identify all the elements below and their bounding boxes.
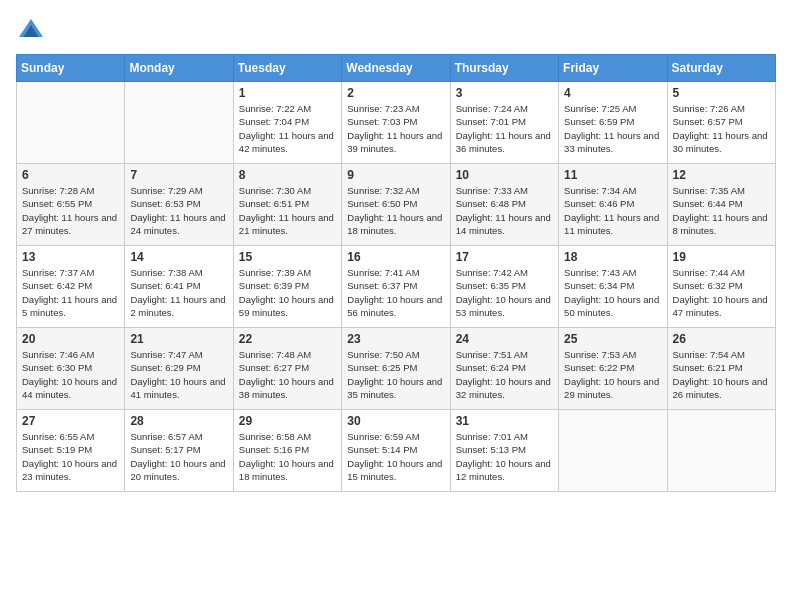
day-info: Sunrise: 7:32 AM Sunset: 6:50 PM Dayligh… [347, 184, 444, 237]
calendar-cell: 19Sunrise: 7:44 AM Sunset: 6:32 PM Dayli… [667, 246, 775, 328]
calendar-table: SundayMondayTuesdayWednesdayThursdayFrid… [16, 54, 776, 492]
day-number: 28 [130, 414, 227, 428]
weekday-header-thursday: Thursday [450, 55, 558, 82]
day-number: 7 [130, 168, 227, 182]
calendar-cell: 20Sunrise: 7:46 AM Sunset: 6:30 PM Dayli… [17, 328, 125, 410]
calendar-cell: 25Sunrise: 7:53 AM Sunset: 6:22 PM Dayli… [559, 328, 667, 410]
day-number: 4 [564, 86, 661, 100]
calendar-cell: 11Sunrise: 7:34 AM Sunset: 6:46 PM Dayli… [559, 164, 667, 246]
calendar-cell: 1Sunrise: 7:22 AM Sunset: 7:04 PM Daylig… [233, 82, 341, 164]
calendar-cell: 6Sunrise: 7:28 AM Sunset: 6:55 PM Daylig… [17, 164, 125, 246]
day-info: Sunrise: 7:33 AM Sunset: 6:48 PM Dayligh… [456, 184, 553, 237]
logo [16, 16, 50, 46]
day-number: 10 [456, 168, 553, 182]
calendar-cell: 4Sunrise: 7:25 AM Sunset: 6:59 PM Daylig… [559, 82, 667, 164]
day-info: Sunrise: 7:39 AM Sunset: 6:39 PM Dayligh… [239, 266, 336, 319]
day-number: 3 [456, 86, 553, 100]
day-info: Sunrise: 7:48 AM Sunset: 6:27 PM Dayligh… [239, 348, 336, 401]
day-number: 19 [673, 250, 770, 264]
calendar-cell: 15Sunrise: 7:39 AM Sunset: 6:39 PM Dayli… [233, 246, 341, 328]
day-info: Sunrise: 6:58 AM Sunset: 5:16 PM Dayligh… [239, 430, 336, 483]
calendar-cell [125, 82, 233, 164]
day-number: 12 [673, 168, 770, 182]
day-info: Sunrise: 7:34 AM Sunset: 6:46 PM Dayligh… [564, 184, 661, 237]
calendar-cell: 23Sunrise: 7:50 AM Sunset: 6:25 PM Dayli… [342, 328, 450, 410]
calendar-cell: 27Sunrise: 6:55 AM Sunset: 5:19 PM Dayli… [17, 410, 125, 492]
calendar-cell: 10Sunrise: 7:33 AM Sunset: 6:48 PM Dayli… [450, 164, 558, 246]
day-info: Sunrise: 7:28 AM Sunset: 6:55 PM Dayligh… [22, 184, 119, 237]
day-info: Sunrise: 7:44 AM Sunset: 6:32 PM Dayligh… [673, 266, 770, 319]
calendar-cell: 21Sunrise: 7:47 AM Sunset: 6:29 PM Dayli… [125, 328, 233, 410]
calendar-cell: 7Sunrise: 7:29 AM Sunset: 6:53 PM Daylig… [125, 164, 233, 246]
weekday-header-sunday: Sunday [17, 55, 125, 82]
day-info: Sunrise: 7:29 AM Sunset: 6:53 PM Dayligh… [130, 184, 227, 237]
day-number: 24 [456, 332, 553, 346]
day-info: Sunrise: 7:46 AM Sunset: 6:30 PM Dayligh… [22, 348, 119, 401]
calendar-cell: 26Sunrise: 7:54 AM Sunset: 6:21 PM Dayli… [667, 328, 775, 410]
day-number: 2 [347, 86, 444, 100]
calendar-cell: 29Sunrise: 6:58 AM Sunset: 5:16 PM Dayli… [233, 410, 341, 492]
day-info: Sunrise: 7:26 AM Sunset: 6:57 PM Dayligh… [673, 102, 770, 155]
calendar-cell: 5Sunrise: 7:26 AM Sunset: 6:57 PM Daylig… [667, 82, 775, 164]
day-number: 1 [239, 86, 336, 100]
day-number: 11 [564, 168, 661, 182]
day-number: 13 [22, 250, 119, 264]
day-info: Sunrise: 7:50 AM Sunset: 6:25 PM Dayligh… [347, 348, 444, 401]
calendar-cell: 12Sunrise: 7:35 AM Sunset: 6:44 PM Dayli… [667, 164, 775, 246]
page-header [16, 16, 776, 46]
calendar-cell [559, 410, 667, 492]
calendar-cell: 28Sunrise: 6:57 AM Sunset: 5:17 PM Dayli… [125, 410, 233, 492]
day-info: Sunrise: 7:24 AM Sunset: 7:01 PM Dayligh… [456, 102, 553, 155]
day-number: 31 [456, 414, 553, 428]
day-number: 27 [22, 414, 119, 428]
day-info: Sunrise: 7:54 AM Sunset: 6:21 PM Dayligh… [673, 348, 770, 401]
calendar-cell [17, 82, 125, 164]
day-number: 17 [456, 250, 553, 264]
day-number: 6 [22, 168, 119, 182]
day-number: 29 [239, 414, 336, 428]
day-number: 22 [239, 332, 336, 346]
calendar-cell: 31Sunrise: 7:01 AM Sunset: 5:13 PM Dayli… [450, 410, 558, 492]
weekday-header-tuesday: Tuesday [233, 55, 341, 82]
calendar-cell: 24Sunrise: 7:51 AM Sunset: 6:24 PM Dayli… [450, 328, 558, 410]
calendar-cell: 22Sunrise: 7:48 AM Sunset: 6:27 PM Dayli… [233, 328, 341, 410]
day-number: 16 [347, 250, 444, 264]
calendar-cell: 2Sunrise: 7:23 AM Sunset: 7:03 PM Daylig… [342, 82, 450, 164]
day-number: 15 [239, 250, 336, 264]
day-number: 26 [673, 332, 770, 346]
day-info: Sunrise: 6:55 AM Sunset: 5:19 PM Dayligh… [22, 430, 119, 483]
day-number: 30 [347, 414, 444, 428]
day-info: Sunrise: 7:47 AM Sunset: 6:29 PM Dayligh… [130, 348, 227, 401]
day-info: Sunrise: 7:42 AM Sunset: 6:35 PM Dayligh… [456, 266, 553, 319]
day-number: 5 [673, 86, 770, 100]
day-info: Sunrise: 7:53 AM Sunset: 6:22 PM Dayligh… [564, 348, 661, 401]
day-info: Sunrise: 7:37 AM Sunset: 6:42 PM Dayligh… [22, 266, 119, 319]
calendar-cell: 9Sunrise: 7:32 AM Sunset: 6:50 PM Daylig… [342, 164, 450, 246]
day-number: 21 [130, 332, 227, 346]
day-info: Sunrise: 7:01 AM Sunset: 5:13 PM Dayligh… [456, 430, 553, 483]
logo-icon [16, 16, 46, 46]
day-number: 25 [564, 332, 661, 346]
day-number: 8 [239, 168, 336, 182]
day-info: Sunrise: 7:23 AM Sunset: 7:03 PM Dayligh… [347, 102, 444, 155]
calendar-cell: 30Sunrise: 6:59 AM Sunset: 5:14 PM Dayli… [342, 410, 450, 492]
day-info: Sunrise: 6:59 AM Sunset: 5:14 PM Dayligh… [347, 430, 444, 483]
day-number: 9 [347, 168, 444, 182]
day-number: 14 [130, 250, 227, 264]
calendar-cell: 16Sunrise: 7:41 AM Sunset: 6:37 PM Dayli… [342, 246, 450, 328]
weekday-header-wednesday: Wednesday [342, 55, 450, 82]
day-number: 18 [564, 250, 661, 264]
day-info: Sunrise: 7:30 AM Sunset: 6:51 PM Dayligh… [239, 184, 336, 237]
day-info: Sunrise: 7:38 AM Sunset: 6:41 PM Dayligh… [130, 266, 227, 319]
day-info: Sunrise: 6:57 AM Sunset: 5:17 PM Dayligh… [130, 430, 227, 483]
calendar-cell: 17Sunrise: 7:42 AM Sunset: 6:35 PM Dayli… [450, 246, 558, 328]
day-info: Sunrise: 7:51 AM Sunset: 6:24 PM Dayligh… [456, 348, 553, 401]
day-info: Sunrise: 7:35 AM Sunset: 6:44 PM Dayligh… [673, 184, 770, 237]
calendar-cell [667, 410, 775, 492]
calendar-cell: 8Sunrise: 7:30 AM Sunset: 6:51 PM Daylig… [233, 164, 341, 246]
day-number: 23 [347, 332, 444, 346]
day-info: Sunrise: 7:43 AM Sunset: 6:34 PM Dayligh… [564, 266, 661, 319]
day-info: Sunrise: 7:22 AM Sunset: 7:04 PM Dayligh… [239, 102, 336, 155]
day-number: 20 [22, 332, 119, 346]
calendar-cell: 3Sunrise: 7:24 AM Sunset: 7:01 PM Daylig… [450, 82, 558, 164]
